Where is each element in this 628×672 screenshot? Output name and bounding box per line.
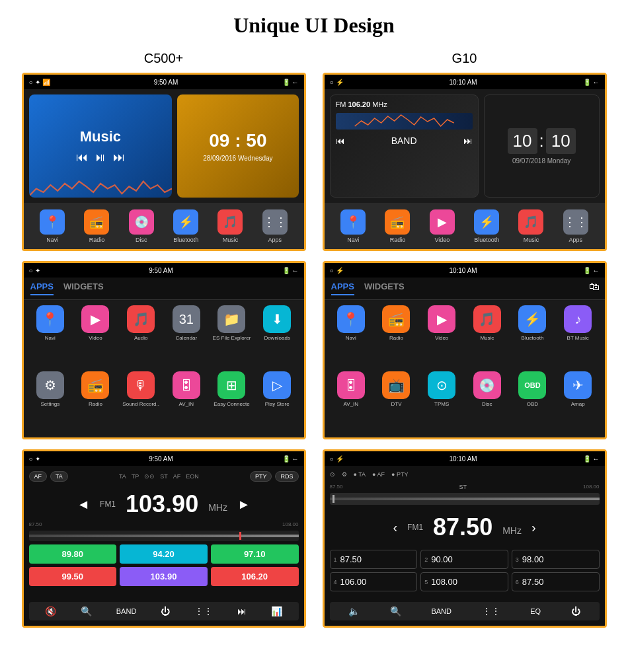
g10-app-dtv[interactable]: 📺 DTV xyxy=(376,371,416,432)
app-radio[interactable]: 📻 Radio xyxy=(79,209,115,243)
app-bluetooth[interactable]: ⚡ Bluetooth xyxy=(168,209,204,243)
g10-apps-screen: ○ ⚡ 10:10 AM 🔋 ← APPS WIDGETS 🛍 📍 Navi xyxy=(323,261,607,439)
g10-power-btn[interactable]: ⏻ xyxy=(571,606,580,616)
app-disc[interactable]: 💿 Disc xyxy=(123,209,159,243)
ta-btn[interactable]: TA xyxy=(50,471,68,482)
prev-icon[interactable]: ⏮ xyxy=(76,151,88,165)
preset-1[interactable]: 89.80 xyxy=(29,544,117,564)
g10-preset-5[interactable]: 5 108.00 xyxy=(420,572,508,591)
c500-app-navi[interactable]: 📍 Navi xyxy=(30,305,71,366)
apps-tab-widgets[interactable]: WIDGETS xyxy=(63,281,104,295)
app-music[interactable]: 🎵 Music xyxy=(212,209,249,243)
g10-band-label: FM1 xyxy=(407,523,423,532)
g10-app-tpms[interactable]: ⊙ TPMS xyxy=(422,371,462,432)
power-btn[interactable]: ⏻ xyxy=(161,606,170,616)
band-btn[interactable]: BAND xyxy=(116,607,137,615)
g10-tab-apps[interactable]: APPS xyxy=(331,281,354,295)
g10-freq-prev[interactable]: ‹ xyxy=(393,520,397,535)
g10-tab-widgets[interactable]: WIDGETS xyxy=(364,281,405,295)
g10-radio-opts: ⊙ ⚙ ● TA ● AF ● PTY xyxy=(330,471,409,478)
g10-app-navi[interactable]: 📍 Navi xyxy=(335,209,372,243)
g10-app-amap[interactable]: ✈ Amap xyxy=(558,371,598,432)
c500-app-avin[interactable]: 🎛 AV_IN xyxy=(167,371,207,432)
fm-widget[interactable]: FM 106.20 MHz ⏮ BAND ⏭ xyxy=(330,94,479,198)
mute-btn[interactable]: 🔇 xyxy=(45,606,56,616)
g10-app-disc[interactable]: 💿 Disc xyxy=(467,371,508,432)
c500-apps-statusbar: ○ ✦ 9:50 AM 🔋 ← xyxy=(24,263,304,278)
app-navi[interactable]: 📍 Navi xyxy=(34,209,71,243)
g10-app-obd[interactable]: OBD OBD xyxy=(512,371,553,432)
skip-btn[interactable]: ⏭ xyxy=(237,606,247,616)
preset-3[interactable]: 97.10 xyxy=(211,544,299,564)
g10-freq-next[interactable]: › xyxy=(531,520,536,535)
play-icon[interactable]: ⏯ xyxy=(95,151,106,165)
apps-tab-apps[interactable]: APPS xyxy=(30,281,54,295)
store-icon[interactable]: 🛍 xyxy=(589,281,600,293)
radio-indicators: TA TP ⊙⊙ ST AF EON xyxy=(71,473,247,480)
music-title: Music xyxy=(80,128,121,145)
g10-bluetooth-label2: Bluetooth xyxy=(522,335,544,341)
app-apps[interactable]: ⋮⋮ Apps xyxy=(256,209,293,243)
g10-app-navi[interactable]: 📍 Navi xyxy=(331,305,372,366)
c500-radio-top-controls: AF TA TA TP ⊙⊙ ST AF EON PTY RDS xyxy=(29,471,299,482)
c500-app-audio[interactable]: 🎵 Audio xyxy=(121,305,161,366)
navi-label: Navi xyxy=(46,237,58,243)
g10-band-btn[interactable]: BAND xyxy=(431,607,451,615)
af-btn[interactable]: AF xyxy=(29,471,48,482)
g10-search-btn[interactable]: 🔍 xyxy=(390,606,401,616)
scale-marker xyxy=(239,532,241,540)
g10-preset-1[interactable]: 1 87.50 xyxy=(330,550,418,569)
c500-app-radio[interactable]: 📻 Radio xyxy=(75,371,116,432)
c500-app-es[interactable]: 📁 ES File Explorer xyxy=(212,305,252,366)
next-icon[interactable]: ⏭ xyxy=(113,151,125,165)
c500-app-playstore[interactable]: ▷ Play Store xyxy=(257,371,297,432)
g10-app-radio[interactable]: 📻 Radio xyxy=(379,209,416,243)
g10-app-bluetooth[interactable]: ⚡ Bluetooth xyxy=(512,305,553,366)
g10-preset-4[interactable]: 4 106.00 xyxy=(330,572,418,591)
g10-video-label2: Video xyxy=(435,335,448,341)
g10-home-statusbar: ○ ⚡ 10:10 AM 🔋 ← xyxy=(325,75,605,89)
freq-prev-btn[interactable]: ◄ xyxy=(77,497,90,512)
fm-prev-icon[interactable]: ⏮ xyxy=(336,135,345,146)
search-btn[interactable]: 🔍 xyxy=(81,606,92,616)
music-widget[interactable]: Music ⏮ ⏯ ⏭ xyxy=(29,94,173,198)
g10-app-music[interactable]: 🎵 Music xyxy=(467,305,508,366)
g10-app-music[interactable]: 🎵 Music xyxy=(513,209,549,243)
c500-radio-battery: 🔋 xyxy=(282,455,290,463)
g10-radio-top: ⊙ ⚙ ● TA ● AF ● PTY xyxy=(330,471,600,478)
g10-app-btmusic[interactable]: ♪ BT Music xyxy=(558,305,598,366)
c500-app-settings[interactable]: ⚙ Settings xyxy=(30,371,71,432)
c500-dl-icon: ⬇ xyxy=(263,305,291,333)
g10-eq-btn[interactable]: EQ xyxy=(530,607,541,615)
c500-app-downloads[interactable]: ⬇ Downloads xyxy=(257,305,297,366)
c500-app-soundrec[interactable]: 🎙 Sound Record.. xyxy=(121,371,161,432)
freq-next-btn[interactable]: ► xyxy=(237,497,251,512)
eq-btn[interactable]: 📊 xyxy=(271,606,282,616)
c500-app-calendar[interactable]: 31 Calendar xyxy=(167,305,207,366)
music-app-icon: 🎵 xyxy=(217,209,243,235)
c500-app-easyconn[interactable]: ⊞ Easy Connecte xyxy=(212,371,252,432)
music-label: Music xyxy=(223,237,239,243)
g10-app-avin[interactable]: 🎛 AV_IN xyxy=(331,371,372,432)
pty-btn[interactable]: PTY xyxy=(250,471,272,482)
g10-preset-3[interactable]: 3 98.00 xyxy=(512,550,600,569)
c500-app-video[interactable]: ▶ Video xyxy=(75,305,116,366)
g10-preset-2[interactable]: 2 90.00 xyxy=(420,550,508,569)
g10-preset-6[interactable]: 6 87.50 xyxy=(512,572,600,591)
preset-5[interactable]: 103.90 xyxy=(120,567,208,586)
g10-grid-btn[interactable]: ⋮⋮ xyxy=(482,606,500,616)
g10-app-bluetooth[interactable]: ⚡ Bluetooth xyxy=(469,209,505,243)
back-icon: ← xyxy=(292,79,299,86)
fm-next-icon[interactable]: ⏭ xyxy=(463,135,473,146)
g10-radio-label: Radio xyxy=(390,237,406,243)
grid-btn[interactable]: ⋮⋮ xyxy=(194,606,213,616)
preset-2[interactable]: 94.20 xyxy=(120,544,208,564)
preset-6[interactable]: 106.20 xyxy=(211,567,299,586)
g10-app-radio[interactable]: 📻 Radio xyxy=(376,305,416,366)
g10-app-apps[interactable]: ⋮⋮ Apps xyxy=(557,209,594,243)
preset-4[interactable]: 99.50 xyxy=(29,567,117,586)
g10-mute-btn[interactable]: 🔈 xyxy=(348,606,360,616)
rds-btn[interactable]: RDS xyxy=(275,471,298,482)
g10-app-video[interactable]: ▶ Video xyxy=(424,209,460,243)
g10-app-video[interactable]: ▶ Video xyxy=(422,305,462,366)
